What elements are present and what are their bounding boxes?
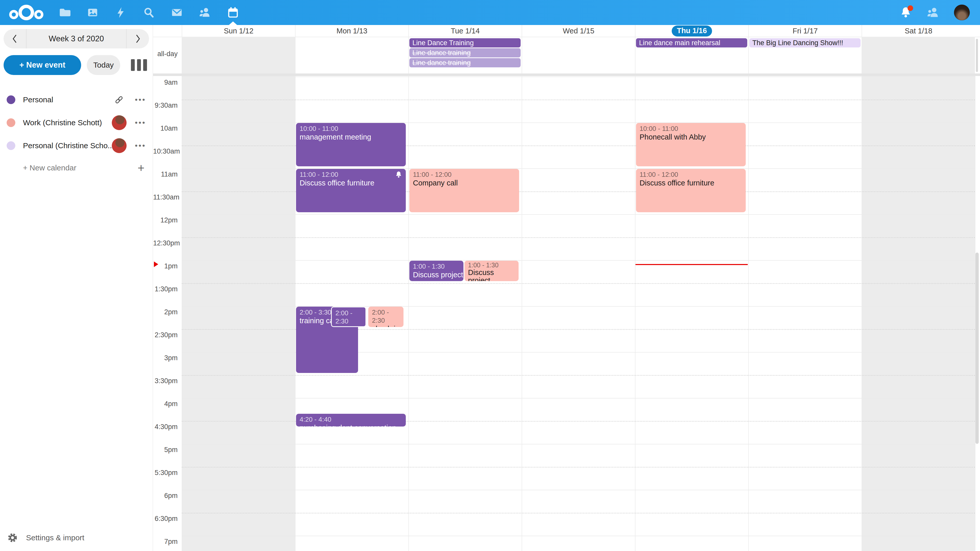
calendar-name: Work (Christine Schott) — [23, 118, 112, 127]
allday-event[interactable]: Line dance main rehearsal — [636, 38, 747, 48]
event-time: 10:00 - 11:00 — [300, 124, 402, 133]
today-button[interactable]: Today — [87, 55, 120, 75]
event[interactable]: 4:20 - 4:40purchasing dept conversation — [296, 414, 406, 427]
event-title: Company call — [413, 179, 458, 187]
mail-icon[interactable] — [170, 6, 183, 19]
share-link-icon[interactable] — [114, 95, 124, 105]
calendar-menu-icon[interactable]: ••• — [135, 95, 146, 104]
day-column[interactable] — [408, 76, 522, 551]
grid-scrollbar-thumb[interactable] — [975, 252, 979, 444]
time-label: 5pm — [153, 446, 178, 454]
settings-import-button[interactable]: Settings & import — [0, 524, 153, 551]
event[interactable]: 11:00 - 12:00Company call — [409, 169, 519, 212]
current-time-line — [635, 264, 748, 265]
day-header-label: Sun 1/12 — [224, 27, 253, 35]
grid-line — [182, 398, 975, 399]
calendar-item-personal-christine[interactable]: Personal (Christine Scho... ••• — [0, 134, 153, 157]
event[interactable]: 11:00 - 12:00Discuss office furniture — [636, 169, 746, 212]
allday-cell[interactable] — [862, 37, 975, 73]
previous-week-button[interactable] — [3, 29, 26, 48]
allday-cell[interactable] — [295, 37, 408, 73]
day-header-cell[interactable]: Thu 1/16 — [635, 25, 748, 37]
new-calendar-button[interactable]: + New calendar + — [0, 157, 153, 179]
day-header-cell[interactable]: Tue 1/14 — [408, 25, 522, 37]
contacts-menu-icon[interactable] — [927, 6, 939, 19]
event-time: 2:00 - 2:30 — [372, 308, 400, 324]
allday-event[interactable]: Line dance training — [409, 48, 520, 57]
photos-icon[interactable] — [86, 6, 99, 19]
calendar-item-personal[interactable]: Personal ••• — [0, 88, 153, 111]
day-header-cell[interactable]: Fri 1/17 — [748, 25, 862, 37]
day-header-cell[interactable]: Wed 1/15 — [522, 25, 635, 37]
event-title: Discuss project announcement — [468, 268, 517, 281]
time-label: 6:30pm — [153, 515, 178, 523]
next-week-button[interactable] — [127, 29, 149, 48]
event-time: 4:20 - 4:40 — [300, 415, 402, 424]
day-header-cell[interactable]: Sat 1/18 — [862, 25, 975, 37]
activity-icon[interactable] — [115, 6, 127, 19]
nextcloud-logo[interactable] — [7, 3, 45, 21]
event-time: 1:00 - 1:30 — [413, 262, 460, 270]
day-column[interactable] — [182, 76, 295, 551]
event-title: Phonecall with Abby — [640, 133, 706, 141]
event[interactable]: 2:00 - 2:30check-in — [331, 306, 366, 327]
grid-line — [182, 536, 975, 536]
allday-cell[interactable] — [522, 37, 635, 73]
allday-event[interactable]: The Big Line Dancing Show!!! — [749, 38, 861, 48]
week-label[interactable]: Week 3 of 2020 — [26, 29, 127, 48]
today-date-pill: Thu 1/16 — [672, 25, 712, 37]
user-avatar[interactable] — [954, 5, 970, 21]
grid-line — [182, 76, 975, 77]
event-title: Discuss office furniture — [300, 179, 374, 187]
calendar-menu-icon[interactable]: ••• — [135, 141, 146, 150]
calendar-color-dot — [6, 141, 15, 150]
event[interactable]: 1:00 - 1:30Discuss project announcement — [409, 261, 463, 281]
time-label: 11:30am — [153, 193, 178, 201]
event-title: check-in — [335, 326, 357, 327]
grid-line — [182, 100, 975, 100]
event[interactable]: 11:00 - 12:00Discuss office furniture — [296, 169, 406, 212]
calendar-icon[interactable] — [227, 6, 239, 19]
time-label: 2:30pm — [153, 331, 178, 339]
event-time: 10:00 - 11:00 — [640, 124, 742, 133]
event-title: purchasing dept conversation — [300, 424, 396, 427]
contacts-icon[interactable] — [199, 6, 211, 19]
event-time: 11:00 - 12:00 — [640, 170, 742, 179]
day-column[interactable] — [748, 76, 862, 551]
sidebar: Week 3 of 2020 + New event Today Persona… — [0, 25, 153, 551]
allday-grid-divider — [153, 73, 980, 76]
grid-line — [182, 375, 975, 376]
event[interactable]: 1:00 - 1:30Discuss project announcement — [465, 261, 519, 281]
event[interactable]: 10:00 - 11:00Phonecall with Abby — [636, 123, 746, 166]
time-label: 11am — [153, 170, 178, 178]
day-header-cell[interactable]: Sun 1/12 — [182, 25, 295, 37]
grid-line — [182, 490, 975, 490]
calendar-menu-icon[interactable]: ••• — [135, 118, 146, 127]
event-title: Discuss project announcement — [413, 271, 463, 279]
calendar-list: Personal ••• Work (Christine Schott) •••… — [0, 88, 153, 179]
notifications-bell-icon[interactable] — [900, 6, 912, 19]
files-icon[interactable] — [58, 6, 71, 19]
allday-scrollbar-thumb[interactable] — [976, 39, 978, 72]
day-column[interactable] — [522, 76, 635, 551]
event-time: 11:00 - 12:00 — [300, 170, 402, 179]
time-label: 3:30pm — [153, 377, 178, 385]
time-label: 5:30pm — [153, 469, 178, 477]
new-event-button[interactable]: + New event — [3, 55, 81, 75]
allday-event[interactable]: Line dance training — [409, 58, 520, 67]
week-view-toggle-icon[interactable] — [129, 57, 149, 73]
day-column[interactable] — [862, 76, 975, 551]
event[interactable]: 10:00 - 11:00management meeting — [296, 123, 406, 166]
allday-event[interactable]: Line Dance Training — [409, 38, 520, 48]
alarm-bell-icon — [395, 171, 402, 178]
allday-cell[interactable] — [182, 37, 295, 73]
calendar-item-work-christine[interactable]: Work (Christine Schott) ••• — [0, 111, 153, 134]
sidebar-actions: + New event Today — [3, 55, 149, 75]
search-icon[interactable] — [142, 6, 155, 19]
event-title: management meeting — [300, 133, 371, 141]
gear-icon — [7, 532, 18, 543]
time-label: 3pm — [153, 354, 178, 362]
time-label: 4pm — [153, 400, 178, 408]
event[interactable]: 2:00 - 2:30check-in — [368, 306, 404, 327]
day-header-cell[interactable]: Mon 1/13 — [295, 25, 408, 37]
